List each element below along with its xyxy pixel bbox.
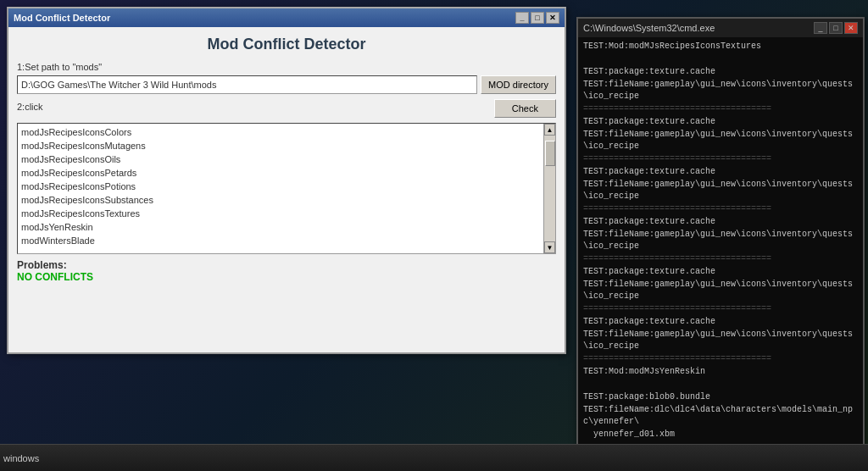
app-window: Mod Conflict Detector _ □ ✕ Mod Conflict… bbox=[7, 7, 566, 354]
cmd-maximize-button[interactable]: □ bbox=[829, 22, 843, 34]
check-button[interactable]: Check bbox=[494, 99, 556, 118]
cmd-line: TEST:fileName:gameplay\gui_new\icons\inv… bbox=[583, 129, 858, 152]
cmd-separator: ===================================== bbox=[583, 353, 858, 365]
path-input[interactable] bbox=[17, 75, 477, 94]
close-button[interactable]: ✕ bbox=[546, 12, 559, 24]
list-item[interactable]: modJsRecipesIconsMutagens bbox=[19, 139, 542, 152]
problems-label: Problems: bbox=[17, 259, 556, 271]
titlebar-controls: _ □ ✕ bbox=[515, 12, 559, 24]
list-item[interactable]: modJsRecipesIconsPotions bbox=[19, 180, 542, 193]
row1: MOD directory bbox=[17, 75, 556, 94]
cmd-line: TEST:fileName:gameplay\gui_new\icons\inv… bbox=[583, 329, 858, 352]
cmd-line bbox=[583, 379, 858, 391]
cmd-minimize-button[interactable]: _ bbox=[814, 22, 827, 34]
cmd-line: TEST:fileName:dlc\dlc4\data\characters\m… bbox=[583, 404, 858, 428]
desktop: Mod Conflict Detector _ □ ✕ Mod Conflict… bbox=[0, 0, 868, 471]
cmd-separator: ===================================== bbox=[583, 203, 858, 215]
list-item[interactable]: modJsRecipesIconsTextures bbox=[19, 207, 542, 220]
list-item[interactable]: modJsRecipesIconsSubstances bbox=[19, 193, 542, 207]
taskbar: windows bbox=[0, 444, 868, 471]
minimize-button[interactable]: _ bbox=[515, 12, 529, 24]
row1-label: 1:Set path to "mods" bbox=[17, 62, 556, 72]
cmd-titlebar: C:\Windows\System32\cmd.exe _ □ ✕ bbox=[578, 19, 863, 37]
row2: 2:click Check bbox=[17, 99, 556, 118]
cmd-title: C:\Windows\System32\cmd.exe bbox=[583, 23, 715, 33]
scrollbar-track: ▲ ▼ bbox=[543, 124, 555, 253]
cmd-line: TEST:fileName:gameplay\gui_new\icons\inv… bbox=[583, 279, 858, 302]
cmd-line: TEST:package:blob0.bundle bbox=[583, 391, 858, 403]
cmd-controls: _ □ ✕ bbox=[814, 22, 858, 34]
scroll-down-button[interactable]: ▼ bbox=[544, 241, 555, 253]
mod-list: modJsRecipesIconsColors modJsRecipesIcon… bbox=[18, 124, 543, 253]
app-main-title: Mod Conflict Detector bbox=[17, 36, 556, 53]
no-conflicts-status: NO CONFLICTS bbox=[17, 271, 556, 283]
list-item[interactable]: modJsRecipesIconsPetards bbox=[19, 166, 542, 180]
cmd-content: TEST:Mod:modMJsRecipesIconsTextures TEST… bbox=[578, 37, 863, 447]
cmd-close-button[interactable]: ✕ bbox=[844, 22, 858, 34]
problems-section: Problems: NO CONFLICTS bbox=[17, 259, 556, 283]
app-content: Mod Conflict Detector 1:Set path to "mod… bbox=[8, 27, 565, 291]
row2-label: 2:click bbox=[17, 102, 43, 112]
cmd-line: TEST:package:texture.cache bbox=[583, 216, 858, 228]
mod-directory-button[interactable]: MOD directory bbox=[481, 75, 556, 94]
cmd-window: C:\Windows\System32\cmd.exe _ □ ✕ TEST:M… bbox=[576, 17, 865, 449]
cmd-separator: ===================================== bbox=[583, 253, 858, 265]
cmd-line: yennefer_d01.xbm bbox=[583, 429, 858, 441]
scrollbar-thumb[interactable] bbox=[545, 141, 555, 166]
cmd-line: TEST:package:texture.cache bbox=[583, 166, 858, 178]
list-item[interactable]: modWintersBlade bbox=[19, 234, 542, 247]
maximize-button[interactable]: □ bbox=[531, 12, 544, 24]
list-item[interactable]: modJsYenReskin bbox=[19, 220, 542, 234]
cmd-line: TEST:fileName:gameplay\gui_new\icons\inv… bbox=[583, 79, 858, 103]
mod-list-container: modJsRecipesIconsColors modJsRecipesIcon… bbox=[17, 123, 556, 254]
cmd-separator: ===================================== bbox=[583, 103, 858, 115]
app-title: Mod Conflict Detector bbox=[14, 13, 110, 23]
cmd-line bbox=[583, 53, 858, 65]
list-item[interactable]: modJsRecipesIconsColors bbox=[19, 125, 542, 139]
scroll-up-button[interactable]: ▲ bbox=[544, 124, 555, 136]
cmd-line: TEST:Mod:modMJsRecipesIconsTextures bbox=[583, 41, 858, 53]
list-item[interactable]: modJsRecipesIconsOils bbox=[19, 152, 542, 166]
cmd-line: TEST:package:texture.cache bbox=[583, 266, 858, 278]
cmd-separator: ===================================== bbox=[583, 303, 858, 315]
cmd-line: TEST:package:texture.cache bbox=[583, 66, 858, 78]
cmd-line: TEST:package:texture.cache bbox=[583, 316, 858, 328]
cmd-line: TEST:package:texture.cache bbox=[583, 116, 858, 128]
app-titlebar: Mod Conflict Detector _ □ ✕ bbox=[8, 8, 565, 27]
taskbar-label: windows bbox=[3, 453, 39, 463]
cmd-line: TEST:fileName:gameplay\gui_new\icons\inv… bbox=[583, 229, 858, 252]
cmd-line: TEST:fileName:gameplay\gui_new\icons\inv… bbox=[583, 179, 858, 202]
cmd-separator: ===================================== bbox=[583, 153, 858, 165]
taskbar-items: windows bbox=[3, 453, 39, 463]
cmd-line: TEST:Mod:modMJsYenReskin bbox=[583, 366, 858, 378]
